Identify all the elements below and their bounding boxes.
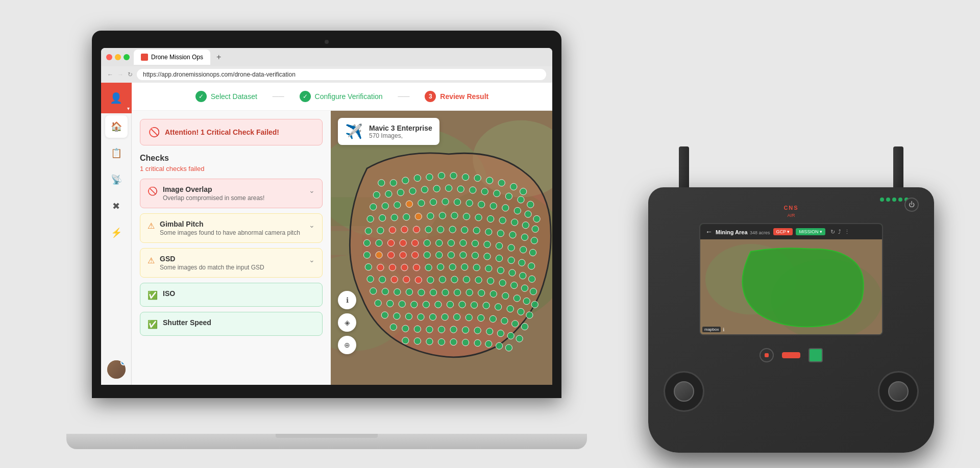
remote-slider[interactable] — [782, 352, 800, 358]
remote-center-btn-right[interactable] — [808, 348, 823, 362]
map-overlay-svg — [331, 111, 552, 385]
sidebar-item-home[interactable]: 🏠 — [105, 115, 128, 138]
check-icon-warning-gsd: ⚠ — [148, 256, 155, 265]
svg-point-91 — [508, 244, 514, 251]
check-item-iso[interactable]: ✅ ISO — [140, 283, 323, 307]
reload-button[interactable]: ↻ — [128, 71, 133, 78]
svg-point-41 — [454, 199, 460, 205]
sidebar-logo-chevron: ▾ — [127, 106, 130, 111]
sidebar-item-signal[interactable]: 📡 — [105, 168, 128, 191]
svg-point-143 — [418, 289, 425, 296]
svg-point-90 — [496, 242, 502, 249]
led-strip — [880, 198, 909, 202]
browser-tab[interactable]: Drone Mission Ops — [134, 50, 210, 65]
progress-stepper: ✓ Select Dataset ── ✓ Configure Verifica… — [132, 83, 552, 111]
window-controls — [106, 54, 130, 60]
check-item-header-gsd[interactable]: ⚠ GSD Some images do match the input GSD… — [140, 249, 322, 277]
check-item-gimbal-pitch[interactable]: ⚠ Gimbal Pitch Some images found to have… — [140, 213, 323, 243]
svg-point-181 — [390, 324, 397, 330]
svg-point-130 — [439, 276, 446, 283]
screen-badge-mission[interactable]: MISSION ▾ — [796, 228, 825, 235]
svg-point-46 — [514, 207, 521, 214]
svg-point-31 — [505, 193, 512, 200]
svg-point-200 — [485, 340, 492, 347]
check-info-iso: ISO — [163, 289, 315, 298]
svg-point-172 — [429, 314, 436, 321]
svg-point-187 — [462, 327, 469, 333]
svg-point-58 — [475, 214, 482, 221]
svg-point-50 — [379, 214, 386, 221]
svg-point-123 — [529, 276, 535, 282]
check-item-header-gimbal[interactable]: ⚠ Gimbal Pitch Some images found to have… — [140, 214, 322, 242]
svg-point-155 — [387, 300, 394, 307]
svg-point-153 — [531, 301, 538, 308]
location-button[interactable]: ⊕ — [338, 336, 356, 354]
svg-point-81 — [387, 239, 394, 246]
svg-point-27 — [457, 186, 464, 192]
svg-point-87 — [460, 239, 467, 246]
screen-refresh-icon[interactable]: ↻ — [830, 229, 835, 235]
svg-point-11 — [426, 174, 433, 180]
drone-icon: ✈️ — [345, 123, 363, 140]
svg-point-182 — [402, 325, 409, 332]
screen-menu-icon[interactable]: ⋮ — [844, 229, 850, 235]
info-button[interactable]: ℹ — [338, 291, 356, 309]
check-item-header-shutter[interactable]: ✅ Shutter Speed — [140, 312, 322, 335]
svg-point-128 — [415, 277, 422, 283]
checks-header: Checks 1 critical checks failed — [140, 154, 323, 173]
screen-badge-gcp[interactable]: GCP ▾ — [773, 228, 793, 235]
screen-header: ← Mining Area 348 acres GCP ▾ MISSION ▾ … — [700, 224, 882, 239]
sidebar-item-power[interactable]: ⚡ — [105, 221, 128, 244]
svg-point-202 — [505, 344, 512, 351]
close-btn[interactable] — [106, 54, 112, 60]
check-info-shutter: Shutter Speed — [163, 318, 315, 327]
svg-point-136 — [511, 282, 518, 288]
svg-point-191 — [507, 332, 514, 339]
power-button[interactable]: ⏻ — [904, 198, 919, 212]
svg-point-40 — [442, 198, 449, 205]
svg-point-60 — [499, 217, 506, 224]
svg-point-23 — [409, 188, 416, 194]
svg-point-109 — [365, 264, 372, 270]
remote-screen[interactable]: ← Mining Area 348 acres GCP ▾ MISSION ▾ … — [699, 223, 883, 335]
browser-window: Drone Mission Ops + ← → ↻ https://app.dr… — [101, 48, 552, 385]
check-item-image-overlap[interactable]: 🚫 Image Overlap Overlap compromised in s… — [140, 179, 323, 208]
check-item-gsd[interactable]: ⚠ GSD Some images do match the input GSD… — [140, 248, 323, 278]
drone-details: Mavic 3 Enterprise 570 Images, — [369, 124, 432, 139]
app-layout: 👤 ▾ 🏠 📋 📡 ✖ ⚡ — [101, 83, 552, 385]
check-item-header-overlap[interactable]: 🚫 Image Overlap Overlap compromised in s… — [140, 179, 322, 208]
screen-share-icon[interactable]: ⤴ — [838, 229, 841, 235]
map-controls: ℹ ◈ ⊕ — [338, 291, 356, 354]
svg-point-70 — [437, 226, 444, 233]
user-avatar[interactable] — [107, 360, 126, 379]
svg-point-198 — [462, 339, 469, 346]
joystick-left[interactable] — [664, 371, 704, 412]
minimize-btn[interactable] — [115, 54, 121, 60]
maximize-btn[interactable] — [124, 54, 130, 60]
svg-point-14 — [462, 174, 469, 180]
svg-point-93 — [529, 249, 536, 256]
svg-point-188 — [474, 327, 481, 334]
remote-center-btn-left[interactable] — [760, 348, 774, 362]
layers-button[interactable]: ◈ — [338, 313, 356, 332]
checks-title: Checks — [140, 154, 323, 163]
new-tab-button[interactable]: + — [216, 53, 221, 62]
remote-controller: ← Mining Area 348 acres GCP ▾ MISSION ▾ … — [648, 187, 934, 453]
svg-point-192 — [516, 335, 523, 342]
sidebar-item-drone[interactable]: ✖ — [105, 195, 128, 217]
sidebar-item-documents[interactable]: 📋 — [105, 142, 128, 164]
forward-button[interactable]: → — [117, 71, 124, 78]
joystick-right[interactable] — [878, 371, 919, 412]
back-button[interactable]: ← — [107, 71, 113, 78]
address-bar[interactable]: https://app.dronemissionops.com/drone-da… — [137, 69, 546, 80]
screen-back-button[interactable]: ← — [705, 228, 713, 236]
pause-icon — [765, 353, 769, 357]
step-2-icon: ✓ — [300, 91, 311, 102]
svg-point-47 — [525, 211, 531, 217]
check-icon-warning-gimbal: ⚠ — [148, 221, 155, 231]
check-item-shutter-speed[interactable]: ✅ Shutter Speed — [140, 312, 323, 336]
svg-point-163 — [483, 302, 489, 309]
svg-point-161 — [459, 301, 465, 308]
svg-point-74 — [485, 229, 492, 235]
check-item-header-iso[interactable]: ✅ ISO — [140, 283, 322, 306]
